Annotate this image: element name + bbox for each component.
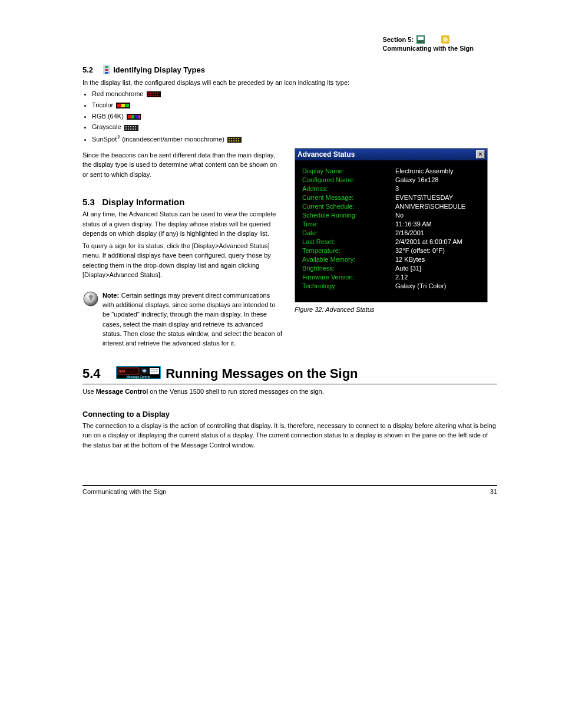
footer-left: Communicating with the Sign [82, 488, 166, 495]
svg-point-15 [148, 95, 149, 96]
svg-rect-27 [135, 115, 138, 118]
status-label: Time: [302, 220, 395, 228]
section-5-3-p2: To query a sign for its status, click th… [82, 241, 283, 280]
svg-point-10 [148, 93, 149, 94]
list-item: Grayscale [92, 123, 497, 132]
status-label: Schedule Running: [302, 212, 395, 219]
status-value: 2.12 [395, 274, 408, 281]
advanced-status-titlebar: Advanced Status × [295, 149, 487, 161]
note-block: Note: Certain settings may prevent direc… [82, 291, 283, 348]
status-label: Temperature: [302, 247, 395, 254]
svg-point-34 [135, 126, 136, 127]
status-value: ANNIVERS\SCHEDULE [395, 203, 465, 210]
svg-point-42 [231, 138, 232, 139]
svg-point-47 [231, 140, 232, 141]
status-row: Technology:Galaxy (Tri Color) [302, 282, 481, 289]
svg-point-39 [135, 129, 136, 130]
para-after-list: Since the beacons can be sent different … [82, 150, 283, 180]
svg-point-44 [236, 138, 237, 139]
svg-point-32 [130, 126, 131, 127]
svg-point-19 [157, 95, 158, 96]
status-row: Firmware Version:2.12 [302, 274, 481, 281]
svg-rect-8 [105, 72, 108, 74]
advanced-status-window: Advanced Status × Display Name:Electroni… [295, 148, 488, 302]
status-value: 2/4/2001 at 6:00:07 AM [395, 238, 462, 245]
svg-rect-28 [138, 115, 140, 118]
status-label: Display Name: [302, 167, 395, 174]
status-value: EVENTS\TUESDAY [395, 194, 453, 201]
status-label: Technology: [302, 282, 395, 289]
svg-point-36 [128, 129, 129, 130]
svg-point-12 [153, 93, 154, 94]
window-title: Advanced Status [297, 150, 355, 159]
svg-point-30 [125, 126, 127, 127]
status-row: Last Reset:2/4/2001 at 6:00:07 AM [302, 238, 481, 245]
message-control-icon: DAK Message Control [116, 366, 161, 383]
svg-point-4 [443, 37, 448, 42]
close-button[interactable]: × [476, 150, 485, 159]
svg-point-43 [233, 138, 234, 139]
page-footer: Communicating with the Sign 31 [82, 488, 497, 495]
intro-text: In the display list, the configured disp… [82, 78, 497, 88]
footer-right: 31 [490, 488, 497, 495]
status-value: Electronic Assembly [395, 167, 453, 174]
svg-rect-21 [117, 104, 121, 107]
svg-rect-9 [147, 91, 161, 97]
status-value: Galaxy 16x128 [395, 176, 438, 183]
svg-point-31 [128, 126, 129, 127]
config-icon [103, 65, 110, 76]
svg-point-41 [229, 138, 230, 139]
advanced-status-body: Display Name:Electronic AssemblyConfigur… [295, 161, 487, 302]
svg-point-18 [155, 95, 156, 96]
rgb-sign-icon [127, 112, 141, 121]
svg-rect-26 [131, 115, 134, 118]
status-label: Brightness: [302, 265, 395, 272]
status-row: Schedule Running:No [302, 212, 481, 219]
footer-rule [82, 485, 497, 486]
status-label: Available Memory: [302, 256, 395, 263]
svg-point-46 [229, 140, 230, 141]
svg-point-38 [133, 129, 134, 130]
status-value: 3 [395, 185, 399, 192]
svg-point-13 [155, 93, 156, 94]
tricolor-sign-icon [116, 101, 130, 110]
status-label: Current Message: [302, 194, 395, 201]
svg-rect-40 [227, 137, 242, 143]
svg-point-48 [233, 140, 234, 141]
status-value: Auto [31] [395, 265, 421, 272]
svg-point-49 [236, 140, 237, 141]
status-row: Current Schedule:ANNIVERS\SCHEDULE [302, 203, 481, 210]
svg-rect-7 [105, 69, 108, 71]
figure-caption: Figure 32: Advanced Status [295, 305, 497, 315]
subsection-connecting-p: The connection to a display is the actio… [82, 421, 497, 450]
section-5-4-intro: Use Message Control on the Venus 1500 sh… [82, 387, 497, 397]
status-row: Current Message:EVENTS\TUESDAY [302, 194, 481, 201]
svg-rect-6 [105, 66, 108, 68]
section-5-3-p1: At any time, the Advanced Status can be … [82, 209, 283, 239]
svg-point-16 [150, 95, 151, 96]
svg-point-35 [125, 129, 127, 130]
section-5-4-heading: 5.4 DAK Message Control Running Messages… [82, 366, 497, 384]
status-row: Brightness:Auto [31] [302, 265, 481, 272]
status-row: Available Memory:12 KBytes [302, 256, 481, 263]
status-row: Date:2/16/2001 [302, 229, 481, 236]
section-5-2-heading: 5.2 Identifying Display Types [82, 65, 497, 76]
list-item: Tricolor [92, 101, 497, 110]
svg-text:DAK: DAK [119, 369, 125, 373]
red-sign-icon [147, 90, 161, 98]
status-label: Firmware Version: [302, 274, 395, 281]
header-section-ref: Section 5: Communicating with the Sign [382, 35, 474, 52]
status-row: Address:3 [302, 185, 481, 192]
note-ball-icon [82, 291, 99, 309]
svg-rect-1 [418, 37, 424, 40]
svg-point-14 [157, 93, 158, 94]
status-value: 11:16:39 AM [395, 220, 432, 228]
svg-rect-29 [124, 125, 138, 131]
status-value: 2/16/2001 [395, 229, 424, 236]
status-value: 12 KBytes [395, 256, 425, 263]
status-row: Time:11:16:39 AM [302, 220, 481, 228]
status-label: Configured Name: [302, 176, 395, 183]
disk-icon [416, 35, 425, 45]
svg-point-45 [238, 138, 239, 139]
svg-rect-22 [121, 104, 125, 107]
